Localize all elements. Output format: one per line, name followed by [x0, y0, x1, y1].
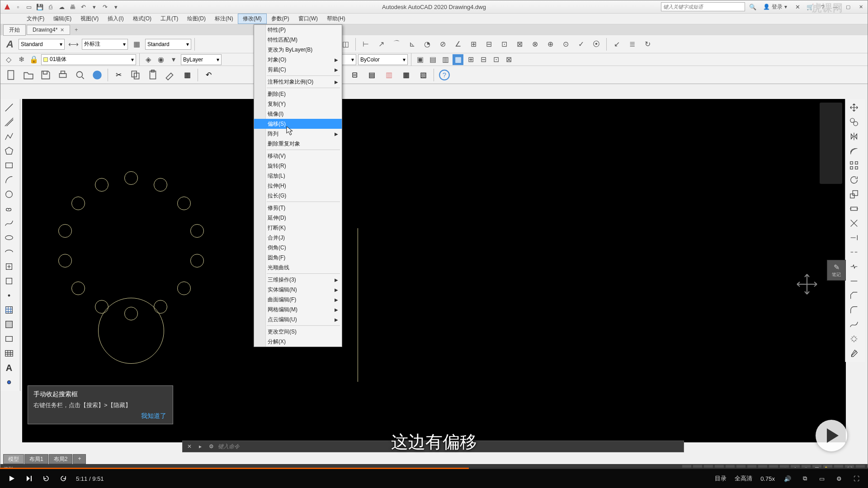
exchange-icon[interactable]: ✕	[793, 2, 802, 12]
fullscreen-icon[interactable]: ⛶	[852, 474, 861, 483]
mtext-icon[interactable]: A	[3, 38, 17, 51]
layout-tab-0[interactable]: 模型	[3, 454, 24, 464]
fillet-icon[interactable]	[846, 303, 862, 317]
move-tool-icon[interactable]	[846, 101, 862, 114]
group-icon[interactable]: ⊞	[465, 54, 476, 65]
volume-icon[interactable]: 🔊	[783, 474, 792, 483]
table-tool-icon[interactable]	[1, 347, 17, 360]
erase-tool-icon[interactable]	[846, 347, 862, 360]
settings-icon[interactable]: ⚙	[835, 474, 844, 483]
maximize-icon[interactable]: ▢	[843, 3, 853, 11]
menu-11[interactable]: 帮助(H)	[322, 14, 350, 24]
viewcube[interactable]	[820, 103, 842, 184]
text-style-combo[interactable]: Standard▾	[19, 39, 65, 50]
grid2-icon[interactable]: ⊟	[346, 67, 363, 83]
insert-block-icon[interactable]	[1, 260, 17, 273]
modify-menu-item-19[interactable]: 拉长(G)	[254, 191, 342, 201]
cmd-arrow-icon[interactable]: ▸	[196, 442, 204, 450]
mleader-style-icon[interactable]: ≣	[625, 38, 639, 51]
copy-icon[interactable]	[127, 67, 144, 83]
bylayer-dropdown[interactable]: ▾	[168, 54, 179, 65]
copy-tool-icon[interactable]	[846, 115, 862, 129]
spline-icon[interactable]	[1, 216, 17, 230]
app-logo-icon[interactable]	[2, 2, 12, 12]
menu-6[interactable]: 绘图(D)	[183, 14, 210, 24]
play-overlay-button[interactable]	[816, 420, 847, 451]
cloud-icon[interactable]: ☁	[57, 2, 66, 12]
props-panel-icon[interactable]: ▤	[363, 67, 380, 83]
modify-menu-item-15[interactable]: 移动(V)	[254, 151, 342, 161]
mleader-icon[interactable]: ↙	[610, 38, 623, 51]
block-attr-icon[interactable]: ▦	[453, 54, 463, 65]
login-button[interactable]: 👤登录▾	[760, 3, 790, 11]
ellipse-icon[interactable]	[1, 231, 17, 244]
diameter-dim-icon[interactable]: ⊘	[436, 38, 449, 51]
layer-lock-icon[interactable]: 🔒	[28, 54, 39, 65]
modify-menu-item-16[interactable]: 旋转(R)	[254, 161, 342, 171]
continue-dim-icon[interactable]: ⊡	[497, 38, 511, 51]
menu-4[interactable]: 格式(O)	[128, 14, 156, 24]
loop-button[interactable]	[59, 474, 68, 483]
play-button[interactable]	[7, 474, 16, 483]
select-similar-icon[interactable]: ⊠	[503, 54, 514, 65]
save-icon[interactable]: 💾	[35, 2, 45, 12]
new-file-icon[interactable]	[3, 67, 19, 83]
redo-dropdown-icon[interactable]: ▾	[111, 2, 121, 12]
region-tool-icon[interactable]	[1, 332, 17, 346]
tool-palette-icon[interactable]: ▦	[398, 67, 414, 83]
make-block-icon[interactable]	[1, 274, 17, 288]
ellipse-arc-icon[interactable]	[1, 245, 17, 259]
circle-icon[interactable]	[1, 188, 17, 201]
blend-icon[interactable]	[846, 318, 862, 331]
modify-menu-item-29[interactable]: 三维操作(3)▶	[254, 275, 342, 285]
menu-9[interactable]: 参数(P)	[267, 14, 294, 24]
ungroup-icon[interactable]: ⊟	[478, 54, 489, 65]
modify-menu-item-30[interactable]: 实体编辑(N)▶	[254, 285, 342, 295]
menu-2[interactable]: 视图(V)	[76, 14, 103, 24]
modify-menu-item-6[interactable]: 注释性对象比例(O)▶	[254, 77, 342, 87]
dim-break-icon[interactable]: ⊗	[528, 38, 542, 51]
print-file-icon[interactable]	[55, 67, 71, 83]
offset-tool-icon[interactable]	[846, 144, 862, 158]
block-edit-icon[interactable]: ▥	[440, 54, 451, 65]
menu-1[interactable]: 编辑(E)	[49, 14, 76, 24]
modify-menu-item-18[interactable]: 拉伸(H)	[254, 181, 342, 191]
revcloud-icon[interactable]	[1, 202, 17, 216]
close-icon[interactable]: ✕	[856, 3, 866, 11]
layer-combo[interactable]: 01墙体▾	[41, 54, 136, 65]
modify-menu-item-9[interactable]: 复制(Y)	[254, 99, 342, 109]
update-icon[interactable]: ↻	[641, 38, 654, 51]
modify-menu-item-23[interactable]: 打断(K)	[254, 223, 342, 233]
break-point-icon[interactable]	[846, 245, 862, 259]
tab-close-icon[interactable]: ✕	[60, 27, 64, 33]
modify-menu-item-25[interactable]: 倒角(C)	[254, 243, 342, 253]
modify-menu-item-32[interactable]: 网格编辑(M)▶	[254, 305, 342, 314]
modify-menu-item-2[interactable]: 更改为 ByLayer(B)	[254, 45, 342, 55]
modify-menu-item-0[interactable]: 特性(P)	[254, 25, 342, 35]
undo-dropdown-icon[interactable]: ▾	[89, 2, 99, 12]
explode-icon[interactable]	[846, 332, 862, 346]
paste-icon[interactable]	[145, 67, 161, 83]
linear-dim-icon[interactable]: ⊢	[359, 38, 373, 51]
modify-menu-item-31[interactable]: 曲面编辑(F)▶	[254, 295, 342, 305]
publish-icon[interactable]	[89, 67, 105, 83]
modify-menu-item-3[interactable]: 对象(O)▶	[254, 55, 342, 65]
cut-icon[interactable]: ✂	[110, 67, 127, 83]
stretch-tool-icon[interactable]	[846, 202, 862, 216]
open-icon[interactable]: ▭	[24, 2, 34, 12]
quick-dim-icon[interactable]: ⊞	[467, 38, 480, 51]
ordinate-dim-icon[interactable]: ⊾	[405, 38, 419, 51]
modify-menu-item-11[interactable]: 偏移(S)	[254, 119, 342, 129]
modify-menu-item-8[interactable]: 删除(E)	[254, 89, 342, 99]
block-insert-icon[interactable]: ▣	[415, 54, 425, 65]
open-file-icon[interactable]	[20, 67, 37, 83]
modify-menu-item-4[interactable]: 剪裁(C)▶	[254, 65, 342, 75]
gradient-tool-icon[interactable]	[1, 318, 17, 331]
polygon-icon[interactable]	[1, 144, 17, 158]
break-icon[interactable]	[846, 260, 862, 273]
undo-btn-icon[interactable]: ↶	[200, 67, 217, 83]
modify-menu-item-13[interactable]: 删除重复对象	[254, 139, 342, 149]
center-mark-icon[interactable]: ⊙	[559, 38, 572, 51]
modify-menu-item-35[interactable]: 更改空间(S)	[254, 327, 342, 337]
tab-add[interactable]: +	[71, 25, 81, 34]
